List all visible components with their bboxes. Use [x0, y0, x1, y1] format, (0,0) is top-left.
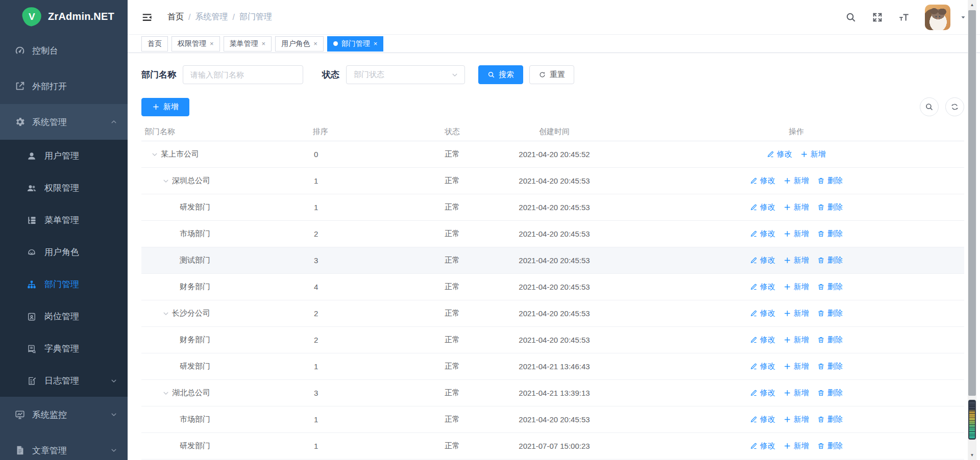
toggle-search-button[interactable]: [920, 97, 939, 116]
tab-权限管理[interactable]: 权限管理×: [172, 36, 220, 52]
column-header-排序: 排序: [312, 127, 424, 137]
sidebar: V ZrAdmin.NET 控制台外部打开系统管理用户管理权限管理菜单管理用户角…: [0, 0, 128, 460]
add-row-button[interactable]: 新增: [783, 362, 809, 371]
edit-row-button[interactable]: 修改: [750, 388, 775, 398]
edit-row-button[interactable]: 修改: [750, 415, 775, 424]
order-cell: 3: [312, 256, 424, 265]
delete-row-button[interactable]: 删除: [817, 255, 843, 265]
delete-row-button[interactable]: 删除: [817, 415, 843, 424]
tree-expand-icon[interactable]: [162, 177, 169, 185]
edit-row-button[interactable]: 修改: [750, 441, 775, 451]
user-avatar[interactable]: [925, 5, 950, 30]
font-size-icon[interactable]: [898, 12, 910, 23]
status-select[interactable]: 部门状态: [346, 65, 465, 84]
sidebar-item-日志管理[interactable]: 日志管理: [0, 365, 128, 397]
edit-icon: [750, 203, 757, 211]
add-row-button[interactable]: 新增: [783, 335, 809, 345]
tree-expand-icon[interactable]: [162, 390, 169, 397]
delete-row-button[interactable]: 删除: [817, 441, 843, 451]
reset-button[interactable]: 重置: [529, 65, 574, 84]
sidebar-item-权限管理[interactable]: 权限管理: [0, 172, 128, 204]
add-row-button[interactable]: 新增: [783, 229, 809, 239]
article-icon: [14, 445, 26, 456]
tab-部门管理[interactable]: 部门管理×: [327, 36, 384, 52]
dept-name-input[interactable]: [190, 70, 296, 79]
edit-row-button[interactable]: 修改: [767, 149, 792, 159]
delete-row-button[interactable]: 删除: [817, 335, 843, 345]
browser-scrollbar[interactable]: ▲ ▼: [968, 0, 976, 460]
delete-row-button[interactable]: 删除: [817, 202, 843, 212]
delete-row-button[interactable]: 删除: [817, 309, 843, 318]
edit-row-button[interactable]: 修改: [750, 282, 775, 292]
user-menu-caret-icon[interactable]: [960, 14, 967, 21]
created-time-cell: 2021-04-20 20:45:53: [480, 336, 628, 344]
sidebar-item-字典管理[interactable]: 字典管理: [0, 333, 128, 365]
tab-用户角色[interactable]: 用户角色×: [275, 36, 324, 52]
tab-菜单管理[interactable]: 菜单管理×: [224, 36, 272, 52]
tab-close-icon[interactable]: ×: [262, 40, 266, 47]
delete-row-button[interactable]: 删除: [817, 362, 843, 371]
scrollbar-thumb[interactable]: [968, 10, 976, 396]
scrollbar-up-arrow-icon[interactable]: ▲: [968, 1, 976, 9]
delete-row-button[interactable]: 删除: [817, 176, 843, 186]
add-row-button[interactable]: 新增: [783, 202, 809, 212]
edit-row-button[interactable]: 修改: [750, 362, 775, 371]
tab-首页[interactable]: 首页: [141, 36, 168, 52]
sidebar-item-文章管理[interactable]: 文章管理: [0, 432, 128, 460]
badge-icon: [27, 312, 37, 322]
breadcrumb-item-首页[interactable]: 首页: [167, 12, 184, 22]
tree-expand-icon[interactable]: [162, 310, 169, 317]
add-row-button[interactable]: 新增: [783, 415, 809, 424]
tab-close-icon[interactable]: ×: [210, 40, 214, 47]
refresh-table-button[interactable]: [945, 97, 964, 116]
reset-button-label: 重置: [550, 70, 565, 80]
created-time-cell: 2021-04-20 20:45:53: [480, 176, 628, 185]
fullscreen-icon[interactable]: [872, 12, 883, 23]
tree-expand-icon[interactable]: [151, 151, 158, 158]
edit-row-button[interactable]: 修改: [750, 176, 775, 186]
sidebar-item-系统监控[interactable]: 系统监控: [0, 397, 128, 432]
delete-row-button[interactable]: 删除: [817, 229, 843, 239]
trash-icon: [817, 310, 825, 317]
delete-row-button[interactable]: 删除: [817, 388, 843, 398]
add-row-button[interactable]: 新增: [783, 176, 809, 186]
created-time-cell: 2021-04-20 20:45:53: [480, 283, 628, 291]
sidebar-item-用户管理[interactable]: 用户管理: [0, 140, 128, 172]
add-row-button[interactable]: 新增: [783, 282, 809, 292]
scrollbar-down-arrow-icon[interactable]: ▼: [968, 451, 976, 459]
add-row-button[interactable]: 新增: [783, 388, 809, 398]
sidebar-item-控制台[interactable]: 控制台: [0, 33, 128, 68]
edit-row-button[interactable]: 修改: [750, 309, 775, 318]
add-row-button[interactable]: 新增: [783, 309, 809, 318]
search-icon[interactable]: [845, 12, 856, 23]
add-row-button[interactable]: 新增: [783, 441, 809, 451]
edit-row-button[interactable]: 修改: [750, 255, 775, 265]
sidebar-collapse-icon[interactable]: [141, 12, 153, 23]
breadcrumb-separator: /: [232, 13, 234, 22]
add-button[interactable]: 新增: [141, 98, 189, 116]
tab-close-icon[interactable]: ×: [313, 40, 317, 47]
search-button[interactable]: 搜索: [478, 65, 523, 84]
sidebar-item-系统管理[interactable]: 系统管理: [0, 104, 128, 140]
sidebar-item-部门管理[interactable]: 部门管理: [0, 268, 128, 300]
edit-row-button[interactable]: 修改: [750, 202, 775, 212]
add-row-button[interactable]: 新增: [783, 255, 809, 265]
table-row: 市场部门2正常2021-04-20 20:45:53修改新增删除: [141, 221, 964, 247]
sidebar-item-岗位管理[interactable]: 岗位管理: [0, 300, 128, 333]
tab-close-icon[interactable]: ×: [374, 40, 378, 47]
edit-row-button[interactable]: 修改: [750, 229, 775, 239]
table-row: 财务部门2正常2021-04-20 20:45:53修改新增删除: [141, 327, 964, 353]
add-row-button[interactable]: 新增: [800, 149, 826, 159]
dict-icon: [27, 344, 37, 354]
sidebar-item-菜单管理[interactable]: 菜单管理: [0, 204, 128, 236]
sidebar-item-用户角色[interactable]: 用户角色: [0, 236, 128, 268]
delete-row-button[interactable]: 删除: [817, 282, 843, 292]
app-logo[interactable]: V ZrAdmin.NET: [0, 0, 128, 33]
org-tree-icon: [27, 279, 37, 290]
magnifier-icon: [487, 71, 495, 79]
order-cell: 1: [312, 442, 424, 450]
edit-row-button[interactable]: 修改: [750, 335, 775, 345]
dept-name: 市场部门: [180, 229, 210, 239]
action-label: 修改: [760, 388, 775, 398]
sidebar-item-外部打开[interactable]: 外部打开: [0, 68, 128, 104]
